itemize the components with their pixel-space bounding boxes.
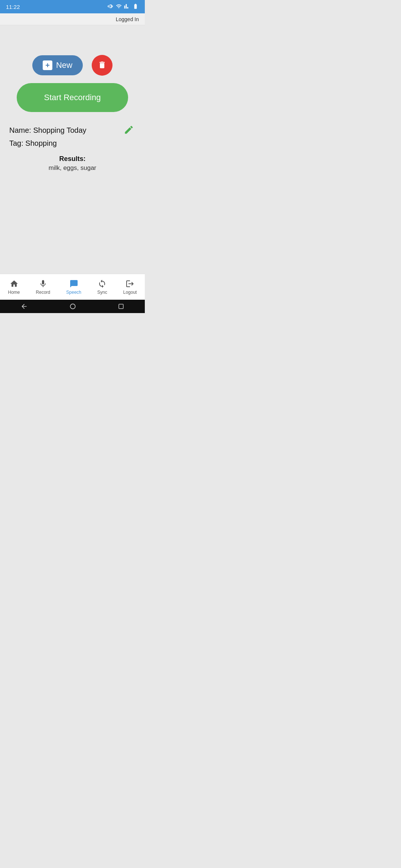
nav-logout[interactable]: Logout — [120, 276, 141, 298]
info-name-row: Name: Shopping Today — [9, 123, 136, 138]
nav-home[interactable]: Home — [4, 276, 24, 298]
recents-button[interactable] — [118, 303, 124, 310]
battery-icon — [132, 3, 139, 10]
system-nav — [0, 300, 145, 313]
logged-in-text: Logged In — [116, 16, 139, 22]
status-bar: 11:22 — [0, 0, 145, 13]
edit-button[interactable] — [122, 123, 136, 138]
status-icons — [108, 3, 139, 10]
delete-button[interactable] — [92, 55, 113, 76]
trash-icon — [98, 60, 107, 70]
vibrate-icon — [108, 3, 114, 10]
status-time: 11:22 — [6, 4, 20, 10]
nav-record-label: Record — [36, 290, 50, 295]
results-value: milk, eggs, sugar — [9, 164, 136, 172]
nav-sync[interactable]: Sync — [94, 276, 111, 298]
info-tag-text: Tag: Shopping — [9, 139, 136, 148]
main-content: New Start Recording Name: Shopping Today… — [0, 25, 145, 266]
results-label: Results: — [9, 155, 136, 163]
back-button[interactable] — [20, 303, 28, 310]
wifi-icon — [116, 3, 122, 10]
buttons-row: New — [32, 55, 113, 76]
nav-sync-label: Sync — [97, 290, 107, 295]
svg-point-0 — [70, 304, 75, 309]
home-system-button[interactable] — [69, 303, 76, 310]
signal-icon — [124, 3, 130, 10]
nav-speech-label: Speech — [66, 290, 81, 295]
results-section: Results: milk, eggs, sugar — [9, 155, 136, 172]
logged-in-bar: Logged In — [0, 13, 145, 25]
nav-record[interactable]: Record — [32, 276, 54, 298]
nav-logout-label: Logout — [123, 290, 137, 295]
bottom-nav: Home Record Speech Sync Logout — [0, 274, 145, 300]
new-button-label: New — [56, 60, 72, 70]
nav-home-label: Home — [8, 290, 20, 295]
nav-speech[interactable]: Speech — [62, 276, 85, 298]
start-recording-label: Start Recording — [44, 93, 101, 102]
info-name-text: Name: Shopping Today — [9, 126, 87, 135]
start-recording-button[interactable]: Start Recording — [17, 83, 128, 112]
info-section: Name: Shopping Today Tag: Shopping Resul… — [9, 123, 136, 172]
plus-icon — [43, 60, 52, 70]
svg-rect-1 — [119, 304, 123, 309]
new-button[interactable]: New — [32, 55, 83, 75]
